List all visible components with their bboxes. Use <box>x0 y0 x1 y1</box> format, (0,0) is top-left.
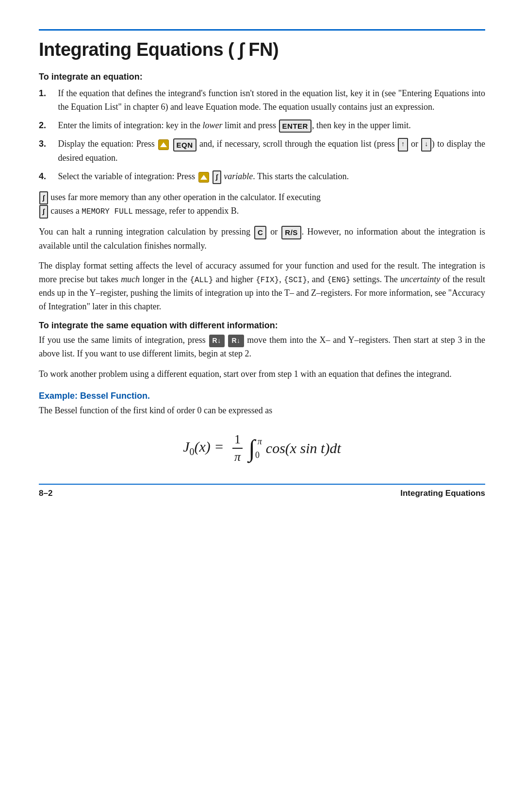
up-key: ↑ <box>398 138 408 152</box>
eng-text: {ENG} <box>327 276 350 285</box>
para1: You can halt a running integration calcu… <box>39 225 485 253</box>
example-label: Example: Bessel Function. <box>39 391 485 401</box>
step-1-num: 1. <box>39 87 46 101</box>
section2-heading: To integrate the same equation with diff… <box>39 321 485 331</box>
section1-heading: To integrate an equation: <box>39 72 485 82</box>
example-keyword: Example: <box>39 391 78 401</box>
shift-key <box>158 139 169 150</box>
step-4: 4. Select the variable of integration: P… <box>39 170 485 184</box>
formula-fraction: 1 π <box>232 432 243 464</box>
formula-block: J0(x) = 1 π ∫ π 0 cos(x sin t)dt <box>39 432 485 464</box>
page-title: Integrating Equations ( ∫ FN) <box>39 39 485 60</box>
step-3-num: 3. <box>39 137 46 151</box>
formula-rhs: cos(x sin t)dt <box>266 440 341 457</box>
example-title: Bessel Function. <box>80 391 150 401</box>
integral-key: ∫ <box>213 170 221 184</box>
rd-key-1: R↓ <box>209 335 225 347</box>
shift-key-2 <box>198 172 209 183</box>
fix-text: {FIX} <box>256 276 279 285</box>
note-line2: ∫ causes a MEMORY FULL message, refer to… <box>39 204 485 219</box>
memory-full-text: MEMORY FULL <box>82 207 133 216</box>
frac-numerator: 1 <box>232 432 243 449</box>
step-2: 2. Enter the limits of integration: key … <box>39 119 485 133</box>
enter-key: ENTER <box>279 119 311 133</box>
note-block: ∫ uses far more memory than any other op… <box>39 191 485 219</box>
integral-symbol: ∫ π 0 <box>248 436 255 460</box>
steps-list: 1. If the equation that defines the inte… <box>39 87 485 184</box>
rd-key-2: R↓ <box>228 335 244 347</box>
footer-page-num: 8–2 <box>39 489 52 498</box>
para2: The display format setting affects the l… <box>39 259 485 314</box>
all-text: {ALL} <box>190 276 213 285</box>
sci-text: {SCI} <box>284 276 307 285</box>
page: Integrating Equations ( ∫ FN) To integra… <box>0 0 524 518</box>
formula-lhs: J0(x) = <box>183 439 228 457</box>
section2-para: If you use the same limits of integratio… <box>39 334 485 361</box>
eqn-key: EQN <box>173 138 196 152</box>
example-desc: The Bessel function of the first kind of… <box>39 404 485 418</box>
step-2-text: Enter the limits of integration: key in … <box>58 120 411 130</box>
para3: To work another problem using a differen… <box>39 368 485 381</box>
step-4-text: Select the variable of integration: Pres… <box>58 171 349 181</box>
step-4-num: 4. <box>39 170 46 184</box>
top-rule <box>39 29 485 31</box>
integral-icon-1: ∫ <box>39 191 48 205</box>
step-1-text: If the equation that defines the integra… <box>58 88 485 112</box>
step-3-text: Display the equation: Press EQN and, if … <box>58 139 485 163</box>
step-3: 3. Display the equation: Press EQN and, … <box>39 137 485 165</box>
step-2-num: 2. <box>39 119 46 133</box>
footer-chapter: Integrating Equations <box>400 489 485 498</box>
integral-icon-2: ∫ <box>39 205 48 219</box>
formula-inner: J0(x) = 1 π ∫ π 0 cos(x sin t)dt <box>183 432 341 464</box>
note-line1: ∫ uses far more memory than any other op… <box>39 191 485 205</box>
c-key: C <box>254 226 266 239</box>
footer: 8–2 Integrating Equations <box>39 484 485 498</box>
step-1: 1. If the equation that defines the inte… <box>39 87 485 114</box>
down-key: ↓ <box>421 138 431 152</box>
rs-key: R/S <box>281 226 301 239</box>
frac-denominator: π <box>232 449 243 464</box>
